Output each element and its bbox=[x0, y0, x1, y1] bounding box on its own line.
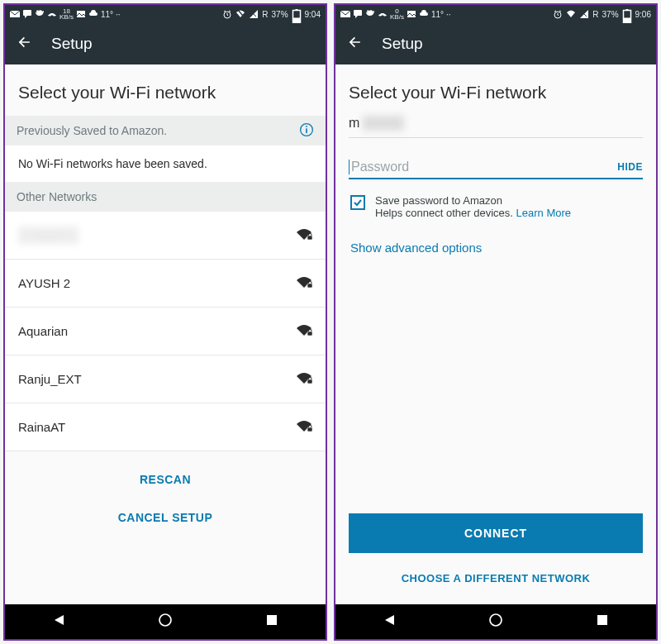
svg-rect-13 bbox=[292, 18, 300, 23]
saved-header-label: Previously Saved to Amazon. bbox=[17, 124, 167, 137]
save-password-checkbox[interactable] bbox=[350, 195, 365, 210]
network-name: RainaAT bbox=[18, 420, 65, 434]
wifi-lock-icon bbox=[296, 323, 312, 339]
alarm-icon bbox=[553, 9, 563, 19]
network-row[interactable]: ········ bbox=[5, 212, 326, 260]
content-area: Select your Wi-Fi network Previously Sav… bbox=[5, 64, 326, 604]
app-header: Setup bbox=[335, 23, 656, 64]
wifi-lock-icon bbox=[296, 371, 312, 387]
nav-back-icon[interactable] bbox=[382, 613, 397, 631]
info-icon[interactable] bbox=[299, 122, 314, 140]
battery-icon bbox=[292, 9, 302, 19]
status-bar: 18KB/s 11° ·· R 37% 9:04 bbox=[5, 5, 326, 23]
status-dots: ·· bbox=[446, 10, 451, 19]
svg-rect-7 bbox=[23, 10, 31, 16]
signal-icon bbox=[579, 9, 589, 19]
connect-button[interactable]: CONNECT bbox=[349, 513, 643, 553]
battery-icon bbox=[622, 9, 632, 19]
save-password-line1: Save password to Amazon bbox=[375, 194, 571, 207]
ssid-redacted bbox=[363, 116, 404, 131]
wifi-lock-icon bbox=[296, 227, 312, 243]
status-time: 9:04 bbox=[305, 10, 321, 19]
no-saved-message: No Wi-Fi networks have been saved. bbox=[5, 145, 326, 182]
network-name: Aquarian bbox=[18, 324, 68, 338]
back-icon[interactable] bbox=[17, 34, 33, 54]
data-rate: 18KB/s bbox=[59, 8, 74, 20]
page-title: Select your Wi-Fi network bbox=[335, 64, 656, 116]
bottom-actions: CONNECT CHOOSE A DIFFERENT NETWORK bbox=[335, 513, 656, 604]
rescan-button[interactable]: RESCAN bbox=[140, 463, 191, 496]
twitter-icon bbox=[365, 9, 375, 19]
battery-pct: 37% bbox=[272, 10, 288, 19]
status-dots: ·· bbox=[116, 10, 121, 19]
network-row[interactable]: Aquarian bbox=[5, 308, 326, 355]
alarm-icon bbox=[222, 9, 232, 19]
right-screen: 0KB/s 11° ·· R 37% 9:06 Setup Select you… bbox=[334, 3, 658, 641]
network-name: ········ bbox=[18, 227, 78, 244]
wifi-status-icon bbox=[235, 9, 245, 19]
other-header-label: Other Networks bbox=[17, 190, 97, 203]
left-screen: 18KB/s 11° ·· R 37% 9:04 Setup Select yo… bbox=[3, 3, 327, 641]
wifi-lock-icon bbox=[296, 275, 312, 291]
network-row[interactable]: RainaAT bbox=[5, 403, 326, 451]
messages-icon bbox=[353, 9, 363, 19]
data-rate: 0KB/s bbox=[390, 8, 404, 20]
selected-ssid: m bbox=[335, 116, 656, 134]
back-icon[interactable] bbox=[347, 34, 364, 54]
page-title: Select your Wi-Fi network bbox=[5, 64, 326, 116]
svg-rect-14 bbox=[295, 9, 297, 11]
nav-home-icon[interactable] bbox=[488, 613, 503, 631]
save-password-line2: Helps connect other devices. Learn More bbox=[375, 207, 571, 219]
svg-rect-22 bbox=[625, 9, 628, 11]
roaming-label: R bbox=[592, 10, 598, 19]
android-nav-bar bbox=[5, 604, 326, 639]
status-temp: 11° bbox=[431, 10, 444, 19]
text-cursor bbox=[349, 160, 350, 174]
android-nav-bar bbox=[335, 604, 656, 639]
network-name: Ranju_EXT bbox=[18, 372, 82, 386]
network-row[interactable]: Ranju_EXT bbox=[5, 355, 326, 403]
save-password-row: Save password to Amazon Helps connect ot… bbox=[335, 179, 656, 219]
gmail-icon bbox=[10, 9, 20, 19]
wifi-lock-icon bbox=[296, 419, 312, 435]
messages-icon bbox=[22, 9, 32, 19]
learn-more-link[interactable]: Learn More bbox=[516, 207, 571, 219]
nav-back-icon[interactable] bbox=[51, 613, 66, 631]
battery-pct: 37% bbox=[602, 10, 619, 19]
picture-icon bbox=[407, 9, 416, 19]
status-time: 9:06 bbox=[635, 10, 651, 19]
signal-icon bbox=[249, 9, 259, 19]
advanced-options-link[interactable]: Show advanced options bbox=[335, 219, 656, 255]
wifi-status-icon bbox=[566, 9, 576, 19]
nav-recent-icon[interactable] bbox=[264, 613, 279, 631]
network-name: AYUSH 2 bbox=[18, 276, 70, 290]
mustache-icon bbox=[47, 9, 57, 19]
svg-rect-16 bbox=[354, 10, 362, 16]
hide-button[interactable]: HIDE bbox=[617, 161, 643, 173]
gmail-icon bbox=[340, 9, 350, 19]
header-title: Setup bbox=[382, 35, 423, 53]
network-row[interactable]: AYUSH 2 bbox=[5, 260, 326, 308]
other-networks-header: Other Networks bbox=[5, 182, 326, 212]
cancel-setup-button[interactable]: CANCEL SETUP bbox=[118, 501, 213, 534]
content-area: Select your Wi-Fi network m HIDE Save pa… bbox=[335, 64, 656, 604]
nav-home-icon[interactable] bbox=[158, 613, 173, 631]
header-title: Setup bbox=[51, 35, 93, 53]
footer-actions: RESCAN CANCEL SETUP bbox=[5, 451, 326, 542]
divider bbox=[349, 137, 643, 138]
saved-section-header: Previously Saved to Amazon. bbox=[5, 116, 326, 145]
save-password-text: Save password to Amazon Helps connect ot… bbox=[375, 194, 571, 219]
roaming-label: R bbox=[262, 10, 268, 19]
twitter-icon bbox=[35, 9, 45, 19]
ssid-prefix: m bbox=[349, 116, 359, 131]
password-input[interactable] bbox=[351, 160, 617, 174]
svg-rect-21 bbox=[623, 18, 630, 23]
cloud-icon bbox=[419, 9, 429, 19]
nav-recent-icon[interactable] bbox=[595, 613, 610, 631]
cloud-icon bbox=[88, 9, 98, 19]
status-temp: 11° bbox=[101, 10, 113, 19]
mustache-icon bbox=[378, 9, 388, 19]
choose-different-network-button[interactable]: CHOOSE A DIFFERENT NETWORK bbox=[402, 563, 591, 593]
password-field-row: HIDE bbox=[349, 160, 643, 179]
status-bar: 0KB/s 11° ·· R 37% 9:06 bbox=[335, 5, 656, 23]
